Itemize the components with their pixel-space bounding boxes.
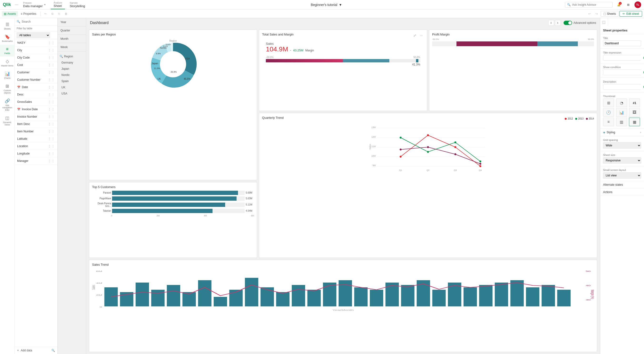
field-drag-handle[interactable]: ⋮⋮ bbox=[48, 137, 55, 141]
copy-button[interactable]: ⧉ bbox=[50, 11, 56, 16]
sidebar-item-sheets[interactable]: ☰ Sheets bbox=[0, 20, 14, 32]
field-drag-handle[interactable]: ⋮⋮ bbox=[48, 41, 55, 45]
edit-sheet-button[interactable]: ✏ Edit sheet bbox=[620, 11, 642, 17]
redo-button[interactable]: ↪ bbox=[594, 11, 600, 16]
region-option-nordic[interactable]: Nordic bbox=[58, 72, 86, 78]
sheet-size-select[interactable]: Responsive Fixed Custom bbox=[603, 157, 641, 164]
field-item-cost[interactable]: Cost ⋮⋮ bbox=[15, 62, 57, 69]
field-item-item-desc[interactable]: Item Desc ⋮⋮ bbox=[15, 120, 57, 128]
expand-button[interactable]: ⤢ bbox=[412, 33, 418, 38]
sidebar-item-dynamic-views[interactable]: ◫ Dynamic views bbox=[0, 114, 14, 128]
field-item-latitude[interactable]: Latitude ⋮⋮ bbox=[15, 135, 57, 142]
sidebar-item-app-nav[interactable]: 🔗 App navigation links bbox=[0, 96, 14, 113]
field-drag-handle[interactable]: ⋮⋮ bbox=[48, 122, 55, 126]
field-drag-handle[interactable]: ⋮⋮ bbox=[48, 130, 55, 133]
field-item-invoice-date[interactable]: 📅 Invoice Date ⋮⋮ bbox=[15, 106, 57, 113]
field-item-customer-number[interactable]: Customer Number ⋮⋮ bbox=[15, 76, 57, 84]
menu-icon[interactable]: ··· bbox=[15, 2, 18, 7]
field-drag-handle[interactable]: ⋮⋮ bbox=[48, 56, 55, 60]
thumb-bar[interactable]: 📊 bbox=[616, 108, 627, 117]
thumb-number[interactable]: #1 bbox=[629, 98, 640, 107]
field-drag-handle[interactable]: ⋮⋮ bbox=[48, 63, 55, 67]
assets-tab[interactable]: ▤ Assets bbox=[2, 11, 18, 16]
more-options-button[interactable]: ··· bbox=[419, 33, 424, 38]
search-data-icon[interactable]: 🔍 bbox=[52, 349, 55, 352]
field-item-invoice-number[interactable]: Invoice Number ⋮⋮ bbox=[15, 113, 57, 120]
cut-button[interactable]: ✂ bbox=[42, 11, 48, 16]
filter-field-month[interactable]: Month bbox=[58, 35, 86, 43]
alternate-states-row[interactable]: Alternate states bbox=[600, 181, 644, 188]
field-item-date[interactable]: 📅 Date ⋮⋮ bbox=[15, 84, 57, 91]
add-data-row[interactable]: + Add data 🔍 bbox=[15, 346, 57, 354]
field-drag-handle[interactable]: ⋮⋮ bbox=[48, 100, 55, 104]
thumb-table[interactable]: ⊞ bbox=[603, 98, 614, 107]
field-drag-handle[interactable]: ⋮⋮ bbox=[48, 85, 55, 89]
filter-field-week[interactable]: Week bbox=[58, 43, 86, 52]
show-condition-input[interactable] bbox=[603, 70, 642, 75]
nav-narrate[interactable]: Narrate Storytelling bbox=[67, 0, 88, 9]
insight-advisor-input[interactable] bbox=[572, 3, 610, 6]
field-drag-handle[interactable]: ⋮⋮ bbox=[48, 107, 55, 111]
filter-field-quarter[interactable]: Quarter bbox=[58, 26, 86, 35]
thumb-clock[interactable]: 🕐 bbox=[603, 108, 614, 117]
sidebar-item-custom-objects[interactable]: ⊞ Custom objects bbox=[0, 82, 14, 96]
field-item-%key[interactable]: %KEY ⋮⋮ bbox=[15, 39, 57, 47]
region-option-usa[interactable]: USA bbox=[58, 90, 86, 97]
title-input[interactable] bbox=[603, 40, 641, 46]
nav-analyze[interactable]: Analyze Sheet bbox=[51, 0, 65, 9]
thumb-pie[interactable]: ◔ bbox=[616, 98, 627, 107]
apps-icon[interactable]: ⊞ bbox=[625, 2, 632, 8]
field-drag-handle[interactable]: ⋮⋮ bbox=[48, 159, 55, 163]
prev-arrow[interactable]: ‹ bbox=[548, 20, 554, 26]
region-option-japan[interactable]: Japan bbox=[58, 66, 86, 72]
field-item-longitude[interactable]: Longitude ⋮⋮ bbox=[15, 150, 57, 157]
field-drag-handle[interactable]: ⋮⋮ bbox=[48, 144, 55, 148]
region-option-spain[interactable]: Spain bbox=[58, 78, 86, 84]
region-option-uk[interactable]: UK bbox=[58, 84, 86, 90]
small-screen-select[interactable]: List view Grid view bbox=[603, 172, 641, 178]
thumb-list-left[interactable]: ≡ bbox=[603, 118, 614, 126]
sheets-button[interactable]: ⬚ Sheets bbox=[601, 11, 618, 17]
thumb-stacked[interactable]: ▦ bbox=[629, 118, 640, 126]
field-item-customer[interactable]: Customer ⋮⋮ bbox=[15, 69, 57, 76]
paste-button[interactable]: ⎘ bbox=[56, 11, 62, 16]
field-item-city[interactable]: City ⋮⋮ bbox=[15, 47, 57, 54]
delete-button[interactable]: 🗑 bbox=[63, 11, 70, 16]
table-select[interactable]: All tables bbox=[17, 32, 50, 38]
right-panel-icon1[interactable]: ⬚ bbox=[602, 20, 606, 24]
sidebar-item-fields[interactable]: ≡ Fields bbox=[0, 45, 14, 56]
field-item-location[interactable]: Location ⋮⋮ bbox=[15, 142, 57, 150]
grid-spacing-select[interactable]: Wide Medium Narrow bbox=[603, 142, 641, 148]
undo-button[interactable]: ↩ bbox=[586, 11, 592, 16]
thumb-bar2[interactable]: ▥ bbox=[616, 118, 627, 126]
fx-button-desc[interactable]: fx bbox=[642, 85, 644, 89]
nav-prepare[interactable]: Prepare Data manager ▼ bbox=[20, 0, 49, 9]
fx-button-show[interactable]: fx bbox=[642, 70, 644, 74]
description-input[interactable] bbox=[603, 84, 642, 90]
advanced-options-toggle[interactable] bbox=[564, 21, 572, 25]
properties-tab[interactable]: ≡ Properties bbox=[19, 11, 38, 16]
search-input[interactable] bbox=[22, 20, 57, 23]
avatar[interactable]: TL bbox=[634, 2, 641, 8]
notification-icon[interactable]: 🔔 1 bbox=[616, 2, 622, 8]
fx-button-title[interactable]: fx bbox=[642, 56, 644, 60]
field-item-desc[interactable]: Desc ⋮⋮ bbox=[15, 91, 57, 98]
field-drag-handle[interactable]: ⋮⋮ bbox=[48, 78, 55, 82]
region-option-germany[interactable]: Germany bbox=[58, 60, 86, 66]
sidebar-item-bookmarks[interactable]: 🔖 Bookmarks bbox=[0, 32, 14, 44]
insight-advisor-search[interactable]: 🔍 bbox=[565, 2, 612, 8]
field-item-manager[interactable]: Manager ⋮⋮ bbox=[15, 157, 57, 165]
field-item-city-code[interactable]: City Code ⋮⋮ bbox=[15, 54, 57, 62]
field-drag-handle[interactable]: ⋮⋮ bbox=[48, 70, 55, 74]
styling-row[interactable]: ◈ Styling › bbox=[600, 129, 644, 136]
sidebar-item-charts[interactable]: 📊 Charts bbox=[0, 69, 14, 81]
filter-field-year[interactable]: Year bbox=[58, 18, 86, 26]
sidebar-item-master-items[interactable]: ◇ Master items bbox=[0, 57, 14, 69]
field-drag-handle[interactable]: ⋮⋮ bbox=[48, 92, 55, 96]
field-drag-handle[interactable]: ⋮⋮ bbox=[48, 48, 55, 52]
field-drag-handle[interactable]: ⋮⋮ bbox=[48, 152, 55, 156]
field-item-grosssales[interactable]: GrossSales ⋮⋮ bbox=[15, 98, 57, 106]
title-expression-input[interactable] bbox=[603, 55, 642, 60]
field-item-item-number[interactable]: Item Number ⋮⋮ bbox=[15, 128, 57, 135]
next-arrow[interactable]: › bbox=[555, 20, 561, 26]
